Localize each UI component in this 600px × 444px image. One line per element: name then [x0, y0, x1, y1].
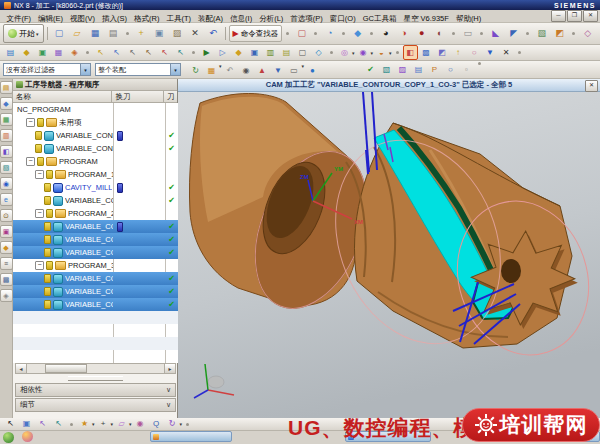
list-toolpath-icon[interactable]: ▢ [295, 45, 310, 60]
edit-display-icon[interactable]: ▩ [419, 45, 434, 60]
zoom-find-icon[interactable]: Q [149, 417, 164, 432]
verify-ok-icon[interactable]: ✔ [363, 62, 378, 77]
rotate-view-icon[interactable]: ◤ [505, 25, 522, 42]
expander-icon[interactable]: − [35, 209, 44, 218]
tree-row-[interactable]: −未用项 [13, 116, 178, 129]
create-program-icon[interactable]: ▤ [3, 45, 18, 60]
close-all-icon[interactable]: ✕ [499, 45, 514, 60]
box-select-icon[interactable]: ▣ [19, 417, 34, 432]
chevron-down-icon[interactable]: ▾ [389, 50, 392, 56]
lasso-select-icon[interactable]: ↖ [35, 417, 50, 432]
refresh-icon[interactable]: ↻ [188, 63, 203, 78]
feed-rate-icon[interactable]: ◇ [311, 45, 326, 60]
tree-row-variable_con[interactable]: VARIABLE_CON...✔ [13, 220, 178, 233]
tree-row-variable_con[interactable]: VARIABLE_CON...✔ [13, 233, 178, 246]
undo-icon[interactable]: ↶ [205, 25, 222, 42]
undo-small-icon[interactable]: ↶ [223, 63, 238, 78]
swap-layer-icon[interactable]: ▼ [483, 45, 498, 60]
chevron-down-icon[interactable]: ▾ [92, 421, 95, 427]
chevron-down-icon[interactable]: ▾ [219, 63, 222, 78]
expander-icon[interactable]: − [35, 261, 44, 270]
chevron-down-icon[interactable]: ▾ [352, 50, 355, 56]
cut-icon[interactable]: + [133, 25, 150, 42]
tree-row-nc_program[interactable]: NC_PROGRAM [13, 103, 178, 116]
copy-object-icon[interactable]: ↖ [125, 45, 140, 60]
column-header-name[interactable]: 名称 [13, 91, 112, 102]
machine-tool-navigator-icon[interactable]: ◧ [0, 145, 13, 158]
delete-icon[interactable]: ✕ [187, 25, 204, 42]
select-cursor-icon[interactable]: ↖ [3, 417, 18, 432]
expander-icon[interactable]: − [35, 170, 44, 179]
verify-toolpath-icon[interactable]: ◆ [231, 45, 246, 60]
tree-row-variable_contour[interactable]: VARIABLE_CONTOUR✔ [13, 129, 178, 142]
dependencies-panel-bar[interactable]: 相依性 ∨ [15, 383, 176, 397]
layer-settings-icon[interactable]: ▤ [411, 62, 426, 77]
taskbar-icon[interactable] [3, 432, 14, 443]
chevron-down-icon[interactable]: ▾ [302, 63, 305, 78]
restore-icon[interactable]: ❐ [567, 10, 582, 22]
gouge-check-icon[interactable]: ▨ [395, 62, 410, 77]
delete-object-icon[interactable]: ↖ [157, 45, 172, 60]
navigator-hscrollbar[interactable]: ◄ ► [15, 363, 176, 374]
shop-documentation-icon[interactable]: ▤ [279, 45, 294, 60]
orient-view-icon[interactable]: ◩ [551, 25, 568, 42]
studio-render-icon[interactable]: ● [413, 25, 430, 42]
create-method-icon[interactable]: ▦ [51, 45, 66, 60]
scroll-right-arrow[interactable]: ► [164, 364, 175, 373]
paste-icon[interactable]: ▨ [169, 25, 186, 42]
note-icon[interactable]: ▫ [459, 62, 474, 77]
snap-view-icon[interactable]: ▧ [533, 25, 550, 42]
selection-filter-dropdown[interactable]: 没有选择过滤器 ▾ [3, 63, 91, 76]
internet-explorer-icon[interactable]: e [0, 193, 13, 206]
scroll-thumb[interactable] [45, 364, 87, 373]
tree-row-variable_con[interactable]: VARIABLE_CON...✔ [13, 272, 178, 285]
workpiece-icon[interactable]: ▧ [379, 62, 394, 77]
create-operation-icon[interactable]: ◈ [67, 45, 82, 60]
expander-icon[interactable]: − [26, 118, 35, 127]
sphere-select-icon[interactable]: ● [305, 63, 320, 78]
tree-row-cavity_mill[interactable]: CAVITY_MILL✔ [13, 181, 178, 194]
chevron-down-icon[interactable]: ▾ [180, 421, 183, 427]
shaded-view-icon[interactable]: ◆ [349, 25, 366, 42]
minimize-icon[interactable]: ─ [551, 10, 566, 22]
part-navigator-icon[interactable]: ▦ [0, 113, 13, 126]
chevron-down-icon[interactable]: ▾ [80, 64, 90, 75]
tree-row-variable_conto[interactable]: VARIABLE_CONTO...✔ [13, 142, 178, 155]
hd3d-tools-icon[interactable]: ◉ [0, 177, 13, 190]
selected-operation-icon[interactable]: ◧ [403, 45, 418, 60]
snap-point-icon[interactable]: ★ [77, 417, 92, 432]
generate-toolpath-icon[interactable]: ▶ [199, 45, 214, 60]
save-icon[interactable]: ▦ [87, 25, 104, 42]
panel-splitter[interactable] [68, 376, 123, 381]
taskbar-icon[interactable] [22, 431, 33, 442]
close-icon[interactable]: ✕ [585, 80, 598, 92]
mill-orient-icon[interactable]: ◎ [337, 45, 352, 60]
chevron-down-icon[interactable]: ▾ [111, 421, 114, 427]
scroll-left-arrow[interactable]: ◄ [16, 364, 27, 373]
menu-item-7[interactable]: 信息(I) [227, 14, 256, 23]
assembly-navigator-icon[interactable]: ▤ [0, 81, 13, 94]
create-geometry-icon[interactable]: ▣ [35, 45, 50, 60]
arrow-down-icon[interactable]: ▼ [271, 63, 286, 78]
tree-row-program_2[interactable]: −PROGRAM_2 [13, 207, 178, 220]
swirl-icon[interactable]: ↻ [165, 417, 180, 432]
menu-item-1[interactable]: 编辑(E) [35, 14, 67, 23]
tree-row-variable_con[interactable]: VARIABLE_CON...✔ [13, 194, 178, 207]
find-component-icon[interactable]: ◉ [133, 417, 148, 432]
print-icon[interactable]: ▤ [105, 25, 122, 42]
end-point-icon[interactable]: ▱ [114, 417, 129, 432]
menu-item-3[interactable]: 插入(S) [99, 14, 131, 23]
chevron-down-icon[interactable]: ▾ [371, 50, 374, 56]
grid-snap-icon[interactable]: ▦ [204, 63, 219, 78]
tree-row-variable_con[interactable]: VARIABLE_CON...✔ [13, 285, 178, 298]
manufacturing-wizard-icon[interactable]: ◆ [0, 241, 13, 254]
column-header-toolpath[interactable]: 刀 [164, 91, 177, 102]
circle-select-icon[interactable]: ○ [443, 62, 458, 77]
start-button[interactable]: 开始▾ [3, 24, 44, 43]
rect-select-icon[interactable]: ▭ [287, 63, 302, 78]
menu-item-11[interactable]: GC工具箱 [359, 14, 400, 23]
menu-item-12[interactable]: 星空 V6.935F [400, 14, 452, 23]
show-hide-icon[interactable]: ◉ [239, 63, 254, 78]
menu-item-5[interactable]: 工具(T) [163, 14, 195, 23]
copy-icon[interactable]: ▣ [151, 25, 168, 42]
